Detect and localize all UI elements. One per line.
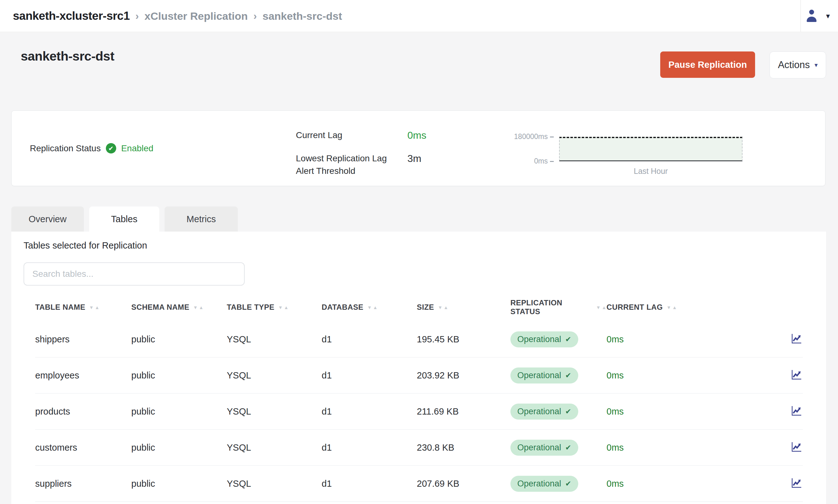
cell-table-type: YSQL (227, 334, 321, 345)
cell-current-lag: 0ms (607, 443, 776, 453)
cell-size: 230.8 KB (417, 443, 510, 453)
user-icon (803, 7, 820, 25)
breadcrumb-universe[interactable]: sanketh-xcluster-src1 (13, 10, 130, 23)
cell-table-type: YSQL (227, 479, 321, 489)
check-icon: ✔ (565, 371, 571, 380)
cell-size: 211.69 KB (417, 407, 510, 417)
replication-status-value: Enabled (121, 143, 154, 154)
cell-table-name: shippers (35, 334, 131, 345)
line-chart-icon (790, 368, 803, 382)
status-badge: Operational ✔ (510, 331, 578, 347)
cell-current-lag: 0ms (607, 334, 776, 345)
column-header[interactable]: SIZE▼▲ (417, 303, 510, 312)
breadcrumb-current: sanketh-src-dst (263, 10, 342, 22)
tab-tables[interactable]: Tables (89, 206, 159, 232)
cell-database: d1 (321, 443, 417, 453)
sort-icons: ▼▲ (193, 305, 204, 310)
actions-label: Actions (778, 59, 810, 71)
cell-table-type: YSQL (227, 407, 321, 417)
line-chart-icon (790, 404, 803, 418)
cell-schema-name: public (131, 334, 227, 345)
cell-size: 195.45 KB (417, 334, 510, 345)
open-lag-graph-button[interactable] (790, 477, 803, 490)
lag-sparkline-chart: 180000ms 0ms Last Hour (511, 111, 762, 186)
status-badge-label: Operational (517, 407, 561, 416)
pause-replication-button[interactable]: Pause Replication (660, 52, 755, 78)
replication-status-label: Replication Status (30, 143, 101, 154)
table-row[interactable]: customers public YSQL d1 230.8 KB Operat… (35, 430, 803, 466)
search-input[interactable] (23, 262, 245, 286)
column-header[interactable]: DATABASE▼▲ (321, 303, 417, 312)
chevron-down-icon: ▾ (815, 61, 818, 69)
open-lag-graph-button[interactable] (790, 332, 803, 346)
cell-replication-status: Operational ✔ (510, 476, 607, 492)
current-lag-label: Current Lag (296, 129, 407, 142)
x-axis-label: Last Hour (559, 167, 743, 176)
status-badge: Operational ✔ (510, 367, 578, 383)
lag-chart-plot-area (559, 137, 743, 161)
y-axis-min-label: 0ms (511, 157, 554, 165)
cell-database: d1 (321, 370, 417, 381)
status-badge-label: Operational (517, 335, 561, 344)
table-body: shippers public YSQL d1 195.45 KB Operat… (35, 321, 803, 502)
cell-current-lag: 0ms (607, 370, 776, 381)
cell-table-type: YSQL (227, 370, 321, 381)
status-badge: Operational ✔ (510, 476, 578, 492)
tab-bar: Overview Tables Metrics (11, 206, 238, 232)
cell-replication-status: Operational ✔ (510, 403, 607, 419)
page: sanketh-xcluster-src1 › xCluster Replica… (0, 0, 838, 504)
status-badge-label: Operational (517, 371, 561, 380)
actions-dropdown-button[interactable]: Actions ▾ (770, 52, 826, 78)
cell-table-name: customers (35, 443, 131, 453)
open-lag-graph-button[interactable] (790, 440, 803, 454)
sort-icons: ▼▲ (596, 305, 607, 310)
page-title: sanketh-src-dst (21, 49, 114, 64)
tables-panel: Tables selected for Replication TABLE NA… (11, 232, 826, 504)
breadcrumb: sanketh-xcluster-src1 › xCluster Replica… (13, 0, 342, 32)
lag-info: Current Lag 0ms Lowest Replication Lag A… (296, 129, 426, 177)
status-badge: Operational ✔ (510, 440, 578, 456)
user-menu[interactable]: ▾ (803, 0, 830, 32)
column-header[interactable]: CURRENT LAG▼▲ (607, 303, 776, 312)
open-lag-graph-button[interactable] (790, 368, 803, 382)
sort-icons: ▼▲ (367, 305, 378, 310)
sort-icons: ▼▲ (89, 305, 100, 310)
y-axis-max-label: 180000ms (511, 132, 554, 141)
tab-overview[interactable]: Overview (11, 206, 84, 232)
chevron-right-icon: › (254, 10, 257, 22)
column-header[interactable]: REPLICATION STATUS▼▲ (510, 299, 607, 316)
line-chart-icon (790, 440, 803, 454)
cell-size: 203.92 KB (417, 370, 510, 381)
line-chart-icon (790, 332, 803, 346)
sort-icons: ▼▲ (666, 305, 677, 310)
check-icon: ✔ (565, 407, 571, 416)
cell-database: d1 (321, 407, 417, 417)
cell-schema-name: public (131, 407, 227, 417)
cell-replication-status: Operational ✔ (510, 331, 607, 347)
open-lag-graph-button[interactable] (790, 404, 803, 418)
table-row[interactable]: products public YSQL d1 211.69 KB Operat… (35, 394, 803, 430)
cell-table-type: YSQL (227, 443, 321, 453)
cell-table-name: suppliers (35, 479, 131, 489)
replication-status-card: Replication Status ✔ Enabled Current Lag… (11, 110, 825, 186)
replication-tables-table: TABLE NAME▼▲SCHEMA NAME▼▲TABLE TYPE▼▲DAT… (35, 293, 803, 502)
table-header: TABLE NAME▼▲SCHEMA NAME▼▲TABLE TYPE▼▲DAT… (35, 293, 803, 321)
cell-table-name: employees (35, 370, 131, 381)
panel-heading: Tables selected for Replication (23, 240, 147, 251)
tab-metrics[interactable]: Metrics (164, 206, 238, 232)
status-badge-label: Operational (517, 479, 561, 489)
top-navigation-bar: sanketh-xcluster-src1 › xCluster Replica… (0, 0, 838, 32)
table-row[interactable]: suppliers public YSQL d1 207.69 KB Opera… (35, 466, 803, 502)
column-header[interactable]: SCHEMA NAME▼▲ (131, 303, 227, 312)
column-header[interactable]: TABLE NAME▼▲ (35, 303, 131, 312)
sort-icons: ▼▲ (278, 305, 289, 310)
cell-current-lag: 0ms (607, 407, 776, 417)
check-icon: ✔ (565, 335, 571, 344)
column-header[interactable]: TABLE TYPE▼▲ (227, 303, 321, 312)
breadcrumb-xcluster-replication[interactable]: xCluster Replication (144, 10, 248, 22)
lag-threshold-value: 3m (407, 152, 426, 177)
chevron-down-icon: ▾ (826, 12, 830, 20)
table-row[interactable]: employees public YSQL d1 203.92 KB Opera… (35, 357, 803, 394)
table-row[interactable]: shippers public YSQL d1 195.45 KB Operat… (35, 321, 803, 357)
cell-database: d1 (321, 334, 417, 345)
